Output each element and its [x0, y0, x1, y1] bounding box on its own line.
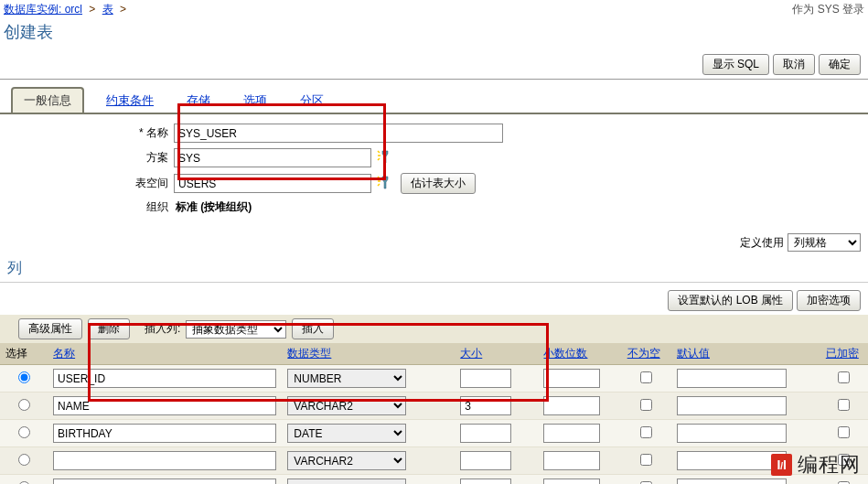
insert-button[interactable]: 插入 — [292, 318, 334, 339]
header-default[interactable]: 默认值 — [677, 347, 710, 360]
col-name-input[interactable] — [53, 396, 276, 415]
name-input[interactable] — [174, 124, 503, 143]
col-size-input[interactable] — [460, 424, 511, 443]
breadcrumb-table-link[interactable]: 表 — [102, 3, 113, 16]
encryption-options-button[interactable]: 加密选项 — [797, 290, 861, 311]
row-select-radio[interactable] — [18, 399, 30, 411]
col-type-select[interactable]: NUMBER — [287, 369, 406, 388]
breadcrumb-db-instance[interactable]: 数据库实例: orcl — [4, 3, 82, 16]
col-notnull-checkbox[interactable] — [640, 481, 652, 485]
insert-col-label: 插入列: — [145, 321, 180, 337]
col-default-input[interactable] — [677, 424, 787, 443]
columns-section-title: 列 — [0, 255, 868, 283]
columns-toolbar: 高级属性 删除 插入列: 抽象数据类型 插入 — [0, 315, 868, 343]
col-name-input[interactable] — [53, 451, 276, 470]
general-form: * 名称 方案 表空间 估计表大小 组织 标准 (按堆组织) — [0, 114, 868, 230]
header-notnull[interactable]: 不为空 — [627, 347, 660, 360]
define-usage-row: 定义使用 列规格 — [0, 230, 868, 255]
col-notnull-checkbox[interactable] — [640, 371, 652, 383]
breadcrumb-sep: > — [85, 3, 99, 16]
header-select: 选择 — [0, 343, 48, 365]
col-default-input[interactable] — [677, 369, 787, 388]
flashlight-icon[interactable] — [377, 149, 395, 167]
row-select-radio[interactable] — [18, 371, 30, 383]
table-row: DATE — [0, 420, 868, 447]
insert-type-select[interactable]: 抽象数据类型 — [186, 320, 286, 339]
tablespace-label: 表空间 — [110, 176, 174, 191]
ok-button[interactable]: 确定 — [819, 54, 861, 75]
col-scale-input[interactable] — [543, 424, 600, 443]
header-datatype[interactable]: 数据类型 — [287, 347, 331, 360]
col-type-select[interactable]: VARCHAR2 — [287, 451, 406, 470]
col-default-input[interactable] — [677, 451, 787, 470]
col-size-input[interactable] — [460, 369, 511, 388]
top-button-bar: 显示 SQL 取消 确定 — [0, 50, 868, 80]
row-select-radio[interactable] — [18, 426, 30, 438]
breadcrumb: 数据库实例: orcl > 表 > 作为 SYS 登录 — [0, 0, 868, 19]
col-scale-input[interactable] — [543, 479, 600, 484]
table-row: NUMBER — [0, 365, 868, 393]
col-default-input[interactable] — [677, 479, 787, 484]
col-type-select[interactable]: DATE — [287, 424, 406, 443]
col-name-input[interactable] — [53, 369, 276, 388]
lob-button-row: 设置默认的 LOB 属性 加密选项 — [0, 286, 868, 315]
login-info: 作为 SYS 登录 — [792, 2, 864, 17]
col-notnull-checkbox[interactable] — [640, 426, 652, 438]
col-notnull-checkbox[interactable] — [640, 399, 652, 411]
col-encrypted-checkbox[interactable] — [838, 399, 850, 411]
define-usage-label: 定义使用 — [740, 235, 784, 251]
breadcrumb-sep: > — [116, 3, 130, 16]
advanced-props-button[interactable]: 高级属性 — [18, 318, 82, 339]
col-scale-input[interactable] — [543, 369, 600, 388]
col-encrypted-checkbox[interactable] — [838, 371, 850, 383]
table-row: VARCHAR2 — [0, 393, 868, 420]
header-encrypted[interactable]: 已加密 — [826, 347, 859, 360]
col-size-input[interactable] — [460, 479, 511, 484]
tablespace-input[interactable] — [174, 174, 371, 193]
col-size-input[interactable] — [460, 396, 511, 415]
columns-table: 选择 名称 数据类型 大小 小数位数 不为空 默认值 已加密 NUMBER VA… — [0, 343, 868, 484]
org-value: 标准 (按堆组织) — [174, 199, 252, 215]
set-lob-button[interactable]: 设置默认的 LOB 属性 — [668, 290, 793, 311]
logo-text: 编程网 — [798, 451, 861, 479]
org-label: 组织 — [110, 199, 174, 215]
schema-input[interactable] — [174, 148, 371, 167]
col-encrypted-checkbox[interactable] — [838, 426, 850, 438]
header-name[interactable]: 名称 — [53, 347, 75, 360]
header-size[interactable]: 大小 — [460, 347, 482, 360]
tab-general[interactable]: 一般信息 — [11, 87, 84, 113]
cancel-button[interactable]: 取消 — [773, 54, 815, 75]
define-usage-select[interactable]: 列规格 — [788, 233, 861, 252]
col-notnull-checkbox[interactable] — [640, 454, 652, 466]
col-scale-input[interactable] — [543, 396, 600, 415]
delete-button[interactable]: 删除 — [88, 318, 130, 339]
col-default-input[interactable] — [677, 396, 787, 415]
flashlight-icon[interactable] — [377, 175, 395, 193]
col-name-input[interactable] — [53, 479, 276, 484]
name-label: * 名称 — [110, 125, 174, 141]
page-title: 创建表 — [0, 19, 868, 50]
logo-icon: I/I — [771, 454, 792, 476]
table-row: VARCHAR2 — [0, 475, 868, 485]
col-name-input[interactable] — [53, 424, 276, 443]
header-scale[interactable]: 小数位数 — [543, 347, 587, 360]
tab-partition[interactable]: 分区 — [289, 89, 335, 113]
col-type-select[interactable]: VARCHAR2 — [287, 479, 406, 484]
row-select-radio[interactable] — [18, 481, 30, 485]
tab-constraints[interactable]: 约束条件 — [95, 89, 165, 113]
estimate-size-button[interactable]: 估计表大小 — [401, 173, 476, 194]
schema-label: 方案 — [110, 150, 174, 166]
col-scale-input[interactable] — [543, 451, 600, 470]
tab-storage[interactable]: 存储 — [176, 89, 221, 113]
table-row: VARCHAR2 — [0, 447, 868, 475]
site-logo: I/I 编程网 — [771, 451, 861, 479]
col-encrypted-checkbox[interactable] — [838, 481, 850, 485]
tab-bar: 一般信息 约束条件 存储 选项 分区 — [0, 87, 868, 114]
show-sql-button[interactable]: 显示 SQL — [702, 54, 769, 75]
row-select-radio[interactable] — [18, 454, 30, 466]
col-size-input[interactable] — [460, 451, 511, 470]
tab-options[interactable]: 选项 — [232, 89, 278, 113]
col-type-select[interactable]: VARCHAR2 — [287, 396, 406, 415]
